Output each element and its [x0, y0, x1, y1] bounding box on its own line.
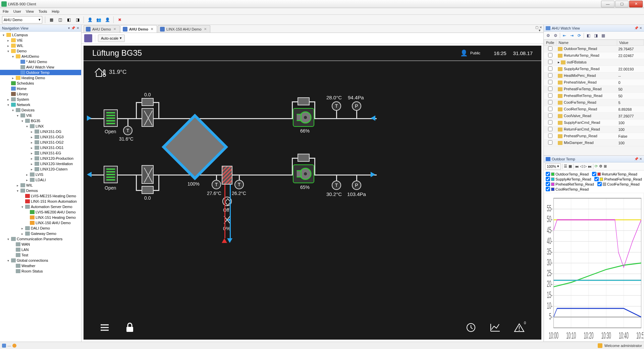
- trend-btn[interactable]: ▦: [569, 164, 572, 168]
- tree-node[interactable]: ▸LINX151-EG: [0, 150, 81, 156]
- menu-user[interactable]: User: [13, 9, 21, 13]
- legend-item[interactable]: ReturnAirTemp_Read: [592, 172, 637, 176]
- users-icon[interactable]: 👥: [95, 16, 102, 23]
- tree-node[interactable]: ▾Demo: [0, 48, 81, 54]
- tree-node[interactable]: Room Status: [0, 268, 81, 274]
- last-icon[interactable]: ⏭: [588, 164, 592, 168]
- row-checkbox[interactable]: [548, 93, 552, 98]
- row-checkbox[interactable]: [548, 53, 552, 57]
- refresh-icon[interactable]: ⟳: [595, 164, 598, 168]
- supply-fan[interactable]: [293, 108, 314, 127]
- tree-node[interactable]: LVIS-ME215 Heating Demo: [0, 193, 81, 199]
- legend-checkbox[interactable]: [597, 182, 602, 186]
- tree-node[interactable]: LINX-151 Heating Demo: [0, 215, 81, 220]
- tree-node[interactable]: Library: [0, 91, 81, 97]
- trend-header[interactable]: Outdoor Temp 📌 ✕: [544, 156, 644, 162]
- row-checkbox[interactable]: [548, 113, 552, 118]
- tree-node[interactable]: Schedules: [0, 81, 81, 86]
- prev-icon[interactable]: ◁: [580, 164, 583, 168]
- tree-node[interactable]: ▾Automation Server Demo: [0, 204, 81, 209]
- watch-row[interactable]: PreheatPump_ReadFalse: [544, 133, 644, 140]
- row-checkbox[interactable]: [548, 134, 552, 138]
- watch-row[interactable]: ReturnFanCmd_Read100: [544, 126, 644, 133]
- pin-icon[interactable]: 📌: [71, 26, 75, 30]
- tree-node[interactable]: Weather: [0, 263, 81, 268]
- tree-node[interactable]: Home: [0, 86, 81, 91]
- tree-node[interactable]: ▸LINX151-OG3: [0, 134, 81, 140]
- watch-row[interactable]: PreheatValve_Read0: [544, 79, 644, 86]
- watch-row[interactable]: SupplyFanCmd_Read100: [544, 119, 644, 126]
- trend-icon[interactable]: [490, 322, 500, 333]
- autoscale-dropdown[interactable]: Auto-scale▾: [98, 35, 125, 42]
- next-icon[interactable]: ▷: [584, 164, 587, 168]
- minimize-button[interactable]: —: [601, 1, 614, 7]
- watch-row[interactable]: MixDamper_Read100: [544, 140, 644, 146]
- clock-icon[interactable]: [466, 322, 476, 333]
- row-checkbox[interactable]: [548, 73, 552, 78]
- watch-btn[interactable]: ▦: [600, 33, 606, 39]
- watch-row[interactable]: ▸ outFBstatus: [544, 59, 644, 66]
- legend-checkbox[interactable]: [546, 182, 550, 186]
- user-gear-icon[interactable]: 👤: [104, 16, 111, 23]
- watch-btn[interactable]: ⇤: [561, 33, 568, 39]
- tree-node[interactable]: ▸VIE: [0, 38, 81, 43]
- watch-btn[interactable]: ⇥: [569, 33, 575, 39]
- user-icon[interactable]: 👤: [87, 16, 93, 23]
- tree-node[interactable]: Outdoor Temp: [0, 70, 81, 75]
- col-polle[interactable]: Polle: [544, 40, 556, 46]
- legend-item[interactable]: OutdoorTemp_Read: [546, 172, 589, 176]
- refresh-icon[interactable]: ⟳: [576, 33, 582, 39]
- return-fan[interactable]: [293, 164, 314, 183]
- tree-node[interactable]: LINX-150 AHU Demo: [0, 220, 81, 226]
- exhaust-damper[interactable]: [104, 166, 118, 183]
- navigation-tree[interactable]: ▾LCampus▸VIE▸WIL▾Demo▾AHUDemo * AHU Demo…: [0, 32, 81, 342]
- toolbar-btn-2[interactable]: ◫: [57, 16, 63, 23]
- tree-node[interactable]: AHU Watch View: [0, 64, 81, 70]
- tab-linx150[interactable]: LINX-150 AHU Demo✕: [158, 25, 210, 33]
- trend-btn[interactable]: ⚙: [599, 164, 602, 168]
- tree-node[interactable]: ▸System: [0, 97, 81, 102]
- watch-btn[interactable]: ⚙: [552, 33, 558, 39]
- watch-row[interactable]: PreheatRetTemp_Read50: [544, 93, 644, 99]
- watch-row[interactable]: CoolValve_Read37.26077: [544, 113, 644, 119]
- watch-btn[interactable]: ◧: [585, 33, 591, 39]
- dropdown-icon[interactable]: ▾: [68, 26, 70, 30]
- menu-view[interactable]: View: [26, 9, 34, 13]
- tree-node[interactable]: ▾Demos: [0, 188, 81, 193]
- tree-node[interactable]: ▾Network: [0, 102, 81, 107]
- watch-btn[interactable]: ⚙: [545, 33, 551, 39]
- watch-row[interactable]: ReturnAirTemp_Read22.02467: [544, 52, 644, 59]
- watch-row[interactable]: SupplyAirTemp_Read22.00193: [544, 66, 644, 72]
- watch-btn[interactable]: ◨: [593, 33, 599, 39]
- tab-close-icon[interactable]: ✕: [113, 27, 116, 31]
- toolbar-btn-3[interactable]: ◧: [65, 16, 72, 23]
- tab-ahu-demo-1[interactable]: AHU Demo✕: [84, 25, 120, 33]
- tree-node[interactable]: ▸WIL: [0, 183, 81, 188]
- close-all-icon[interactable]: ▢ ✕: [535, 26, 542, 29]
- watch-row[interactable]: OutdoorTemp_Read29.76457: [544, 46, 644, 52]
- row-checkbox[interactable]: [548, 107, 552, 111]
- watch-view-header[interactable]: AHU Watch View 📌 ✕: [544, 25, 644, 32]
- tree-node[interactable]: ▸LINX120-Ventilation: [0, 161, 81, 166]
- maximize-button[interactable]: ▢: [615, 1, 629, 7]
- row-checkbox[interactable]: [548, 80, 552, 84]
- legend-checkbox[interactable]: [592, 172, 596, 176]
- tree-node[interactable]: ▸WIL: [0, 43, 81, 48]
- legend-item[interactable]: PreheatFwTemp_Read: [594, 177, 642, 181]
- row-checkbox[interactable]: [548, 127, 552, 131]
- menu-help[interactable]: Help: [52, 9, 59, 13]
- watch-row[interactable]: CoolRetTemp_Read8.89268: [544, 106, 644, 113]
- tree-node[interactable]: LAN: [0, 247, 81, 252]
- row-checkbox[interactable]: [548, 140, 552, 145]
- menu-icon[interactable]: [100, 322, 111, 333]
- navigation-header[interactable]: Navigation View ▾ 📌 ✕: [0, 25, 81, 32]
- legend-item[interactable]: CoolFwTemp_Read: [597, 182, 640, 186]
- tab-close-icon[interactable]: ✕: [151, 27, 153, 31]
- legend-item[interactable]: CoolRetTemp_Read: [546, 187, 589, 191]
- delete-icon[interactable]: ✖: [116, 16, 123, 23]
- pin-icon[interactable]: 📌 ✕: [634, 157, 642, 161]
- tree-node[interactable]: * AHU Demo: [0, 59, 81, 64]
- legend-checkbox[interactable]: [546, 172, 550, 176]
- zoom-combo[interactable]: 100%▾: [545, 163, 561, 169]
- hvac-diagram[interactable]: Lüftung BG35 👤Public 16:25 31.08.17 31.9…: [84, 46, 541, 340]
